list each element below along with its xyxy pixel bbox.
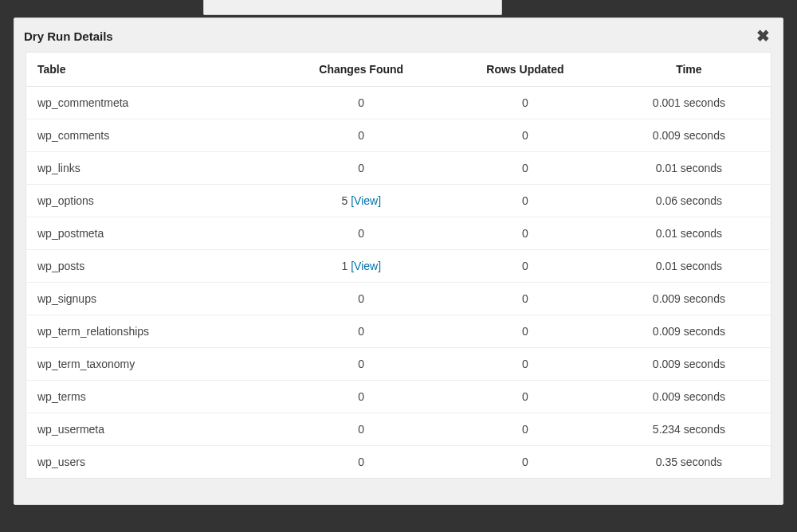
changes-count: 0 — [358, 358, 364, 370]
cell-rows-updated: 0 — [443, 185, 607, 217]
table-row: wp_terms000.009 seconds — [26, 381, 771, 413]
cell-rows-updated: 0 — [443, 87, 607, 119]
results-table: Table Changes Found Rows Updated Time wp… — [26, 52, 771, 479]
cell-table-name: wp_posts — [26, 250, 280, 283]
cell-time: 5.234 seconds — [607, 413, 771, 446]
cell-rows-updated: 0 — [443, 413, 607, 446]
cell-time: 0.01 seconds — [607, 152, 771, 185]
cell-changes-found: 5 [View] — [279, 185, 443, 217]
table-row: wp_posts1 [View]00.01 seconds — [26, 250, 771, 283]
cell-time: 0.001 seconds — [607, 87, 771, 119]
header-rows-updated: Rows Updated — [443, 53, 607, 87]
cell-time: 0.009 seconds — [607, 381, 771, 413]
cell-changes-found: 0 — [279, 119, 443, 152]
changes-count: 0 — [358, 129, 364, 142]
header-changes-found: Changes Found — [279, 53, 443, 87]
background-overlay — [0, 0, 797, 18]
cell-time: 0.06 seconds — [607, 185, 771, 217]
cell-changes-found: 0 — [279, 348, 443, 381]
cell-rows-updated: 0 — [443, 283, 607, 315]
modal-title: Dry Run Details — [24, 29, 113, 43]
changes-count: 0 — [358, 423, 364, 436]
table-row: wp_commentmeta000.001 seconds — [26, 87, 771, 119]
cell-changes-found: 0 — [279, 315, 443, 348]
changes-count: 0 — [358, 390, 364, 403]
table-header-row: Table Changes Found Rows Updated Time — [26, 53, 771, 87]
changes-count: 1 — [341, 260, 347, 272]
cell-changes-found: 1 [View] — [279, 250, 443, 283]
cell-changes-found: 0 — [279, 87, 443, 119]
cell-time: 0.009 seconds — [607, 119, 771, 152]
cell-rows-updated: 0 — [443, 152, 607, 185]
cell-table-name: wp_options — [26, 185, 280, 217]
cell-changes-found: 0 — [279, 413, 443, 446]
changes-count: 5 — [341, 194, 347, 207]
table-row: wp_term_taxonomy000.009 seconds — [26, 348, 771, 381]
dry-run-modal: Dry Run Details ✖ Table Changes Found Ro… — [14, 18, 783, 505]
modal-footer-space — [26, 479, 771, 493]
cell-changes-found: 0 — [279, 381, 443, 413]
cell-time: 0.01 seconds — [607, 250, 771, 283]
changes-count: 0 — [358, 162, 364, 174]
cell-rows-updated: 0 — [443, 381, 607, 413]
cell-table-name: wp_comments — [26, 119, 280, 152]
changes-count: 0 — [358, 456, 364, 468]
table-row: wp_comments000.009 seconds — [26, 119, 771, 152]
cell-time: 0.01 seconds — [607, 217, 771, 250]
header-time: Time — [607, 53, 771, 87]
cell-rows-updated: 0 — [443, 315, 607, 348]
view-link[interactable]: [View] — [351, 260, 381, 272]
cell-table-name: wp_usermeta — [26, 413, 280, 446]
cell-changes-found: 0 — [279, 446, 443, 479]
changes-count: 0 — [358, 227, 364, 240]
modal-header: Dry Run Details ✖ — [14, 18, 783, 52]
changes-count: 0 — [358, 292, 364, 305]
cell-table-name: wp_term_relationships — [26, 315, 280, 348]
cell-time: 0.009 seconds — [607, 283, 771, 315]
table-row: wp_term_relationships000.009 seconds — [26, 315, 771, 348]
cell-changes-found: 0 — [279, 217, 443, 250]
cell-rows-updated: 0 — [443, 348, 607, 381]
cell-table-name: wp_postmeta — [26, 217, 280, 250]
changes-count: 0 — [358, 325, 364, 338]
table-row: wp_options5 [View]00.06 seconds — [26, 185, 771, 217]
table-row: wp_usermeta005.234 seconds — [26, 413, 771, 446]
cell-rows-updated: 0 — [443, 119, 607, 152]
table-row: wp_links000.01 seconds — [26, 152, 771, 185]
cell-table-name: wp_signups — [26, 283, 280, 315]
cell-table-name: wp_users — [26, 446, 280, 479]
cell-rows-updated: 0 — [443, 217, 607, 250]
cell-table-name: wp_terms — [26, 381, 280, 413]
cell-changes-found: 0 — [279, 152, 443, 185]
modal-content: Table Changes Found Rows Updated Time wp… — [14, 52, 783, 504]
cell-rows-updated: 0 — [443, 446, 607, 479]
table-row: wp_signups000.009 seconds — [26, 283, 771, 315]
cell-time: 0.009 seconds — [607, 348, 771, 381]
table-row: wp_postmeta000.01 seconds — [26, 217, 771, 250]
background-field-accent — [203, 0, 502, 15]
cell-table-name: wp_term_taxonomy — [26, 348, 280, 381]
cell-table-name: wp_links — [26, 152, 280, 185]
cell-time: 0.009 seconds — [607, 315, 771, 348]
cell-table-name: wp_commentmeta — [26, 87, 280, 119]
view-link[interactable]: [View] — [351, 194, 381, 207]
table-row: wp_users000.35 seconds — [26, 446, 771, 479]
changes-count: 0 — [358, 96, 364, 109]
cell-time: 0.35 seconds — [607, 446, 771, 479]
header-table: Table — [26, 53, 280, 87]
close-icon[interactable]: ✖ — [753, 26, 773, 45]
cell-rows-updated: 0 — [443, 250, 607, 283]
cell-changes-found: 0 — [279, 283, 443, 315]
